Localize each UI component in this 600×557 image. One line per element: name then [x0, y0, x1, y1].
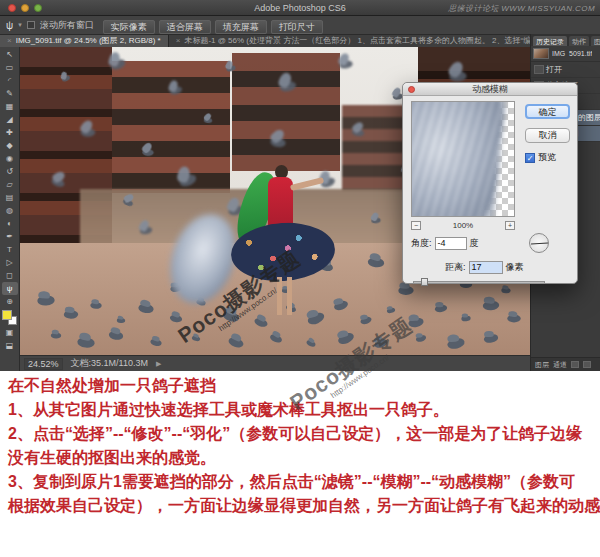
woman-leg — [287, 277, 292, 315]
options-buttons: 实际像素适合屏幕填充屏幕打印尺寸 — [99, 16, 323, 34]
dialog-close-button[interactable] — [408, 86, 415, 93]
angle-label: 角度: — [411, 237, 432, 250]
window-close-button[interactable] — [8, 4, 16, 12]
gradient-tool-icon[interactable]: ▤ — [2, 191, 18, 204]
mask-mode-icon[interactable]: ▣ — [2, 326, 18, 339]
lasso-tool-icon[interactable]: ◜ — [2, 74, 18, 87]
healing-brush-tool-icon[interactable]: ✚ — [2, 126, 18, 139]
path-select-tool-icon[interactable]: ▷ — [2, 256, 18, 269]
title-bar: Adobe Photoshop CS6 思缘设计论坛 WWW.MISSYUAN.… — [0, 0, 600, 16]
history-brush-tool-icon[interactable]: ↺ — [2, 165, 18, 178]
layers-tab[interactable]: 图层 — [535, 360, 549, 370]
distance-unit: 像素 — [506, 261, 524, 274]
instruction-line: 根据效果自己设定），一方面让边缘显得更加自然，另一方面让鸽子有飞起来的动感效果。 — [0, 494, 600, 518]
eyedropper-tool-icon[interactable]: ◢ — [2, 113, 18, 126]
tab-close-icon[interactable]: × — [7, 36, 12, 45]
options-button-适合屏幕[interactable]: 适合屏幕 — [159, 20, 211, 34]
scroll-all-windows-checkbox[interactable] — [27, 21, 35, 29]
document-tab-bar: ×IMG_5091.tif @ 24.5% (图层 2, RGB/8) * ×未… — [0, 35, 600, 47]
status-menu-arrow-icon[interactable]: ▶ — [156, 360, 161, 368]
eraser-tool-icon[interactable]: ▱ — [2, 178, 18, 191]
scroll-all-windows-label: 滚动所有窗口 — [40, 19, 94, 32]
tutorial-text: 在不自然处增加一只鸽子遮挡1、从其它图片通过快速选择工具或魔术棒工具抠出一只鸽子… — [0, 374, 600, 518]
missyuan-watermark: 思缘设计论坛 WWW.MISSYUAN.COM — [448, 3, 595, 14]
angle-row: 角度: -4 度 — [411, 237, 479, 250]
instruction-line: 3、复制到原片1需要遮挡的部分，然后点击“滤镜”--“模糊”--“动感模糊”（参… — [0, 470, 600, 494]
pigeon — [507, 315, 520, 323]
cancel-button[interactable]: 取消 — [525, 128, 570, 143]
angle-needle — [531, 242, 548, 244]
document-size-info: 文档:35.1M/110.3M — [71, 357, 148, 370]
slider-track — [413, 281, 545, 284]
zoom-out-button[interactable]: − — [411, 221, 421, 230]
panel-icon[interactable] — [583, 361, 591, 368]
motion-blur-dialog: 动感模糊 − 100% + 角度: -4 度 距离: 17 像素 确定 取消 ✓… — [402, 82, 578, 284]
blur-preview-box[interactable] — [411, 101, 515, 217]
history-item[interactable]: 打开 — [531, 62, 600, 78]
quick-select-tool-icon[interactable]: ✎ — [2, 87, 18, 100]
document-tab-active[interactable]: ×IMG_5091.tif @ 24.5% (图层 2, RGB/8) * — [0, 35, 169, 47]
channels-tab[interactable]: 通道 — [553, 360, 567, 370]
tools-panel: ↖▭◜✎▦◢✚◆◉↺▱▤◍◐✒T▷◻ψ⊕▣⬓ — [0, 47, 20, 371]
slider-thumb[interactable] — [421, 278, 428, 286]
window-maximize-button[interactable] — [34, 4, 42, 12]
pigeon — [90, 302, 102, 309]
history-snapshot[interactable]: IMG_5091.tif — [531, 46, 600, 62]
tool-options-bar: ψ ▾ 滚动所有窗口 实际像素适合屏幕填充屏幕打印尺寸 — [0, 16, 600, 35]
crop-tool-icon[interactable]: ▦ — [2, 100, 18, 113]
pagoda-building — [232, 53, 340, 171]
dancing-woman — [235, 165, 335, 315]
type-tool-icon[interactable]: T — [2, 243, 18, 256]
hand-tool-icon[interactable]: ψ — [2, 282, 18, 295]
snapshot-thumbnail — [533, 48, 549, 59]
panel-tab-动作[interactable]: 动作 — [569, 36, 589, 46]
document-tab-inactive[interactable]: ×未标题-1 @ 56% (处理背景 方法一（红色部分） 1、点击套索工具将多余… — [169, 35, 576, 47]
tab-close-icon[interactable]: × — [176, 36, 181, 45]
chevron-down-icon[interactable]: ▾ — [18, 21, 22, 29]
shape-tool-icon[interactable]: ◻ — [2, 269, 18, 282]
instruction-line: 2、点击“选择”--“修改”--“羽化”（参数可以自己设定），这一部是为了让鸽子… — [0, 422, 600, 446]
panel-tab-图层[interactable]: 图层 — [591, 36, 600, 46]
preview-checkbox[interactable]: ✓ — [525, 153, 535, 163]
angle-dial[interactable] — [529, 233, 549, 253]
zoom-tool-icon[interactable]: ⊕ — [2, 295, 18, 308]
ok-button[interactable]: 确定 — [525, 104, 570, 119]
brush-tool-icon[interactable]: ◆ — [2, 139, 18, 152]
instruction-line: 1、从其它图片通过快速选择工具或魔术棒工具抠出一只鸽子。 — [0, 398, 600, 422]
screen-mode-icon[interactable]: ⬓ — [2, 339, 18, 352]
distance-label: 距离: — [445, 261, 466, 274]
dialog-title: 动感模糊 — [472, 84, 508, 94]
angle-input[interactable]: -4 — [435, 237, 467, 250]
marquee-tool-icon[interactable]: ▭ — [2, 61, 18, 74]
preview-zoom-controls: − 100% + — [411, 221, 515, 230]
blur-tool-icon[interactable]: ◍ — [2, 204, 18, 217]
pigeon — [142, 149, 154, 156]
panel-tab-历史记录[interactable]: 历史记录 — [533, 36, 567, 46]
distance-row: 距离: 17 像素 — [445, 261, 524, 274]
options-button-打印尺寸[interactable]: 打印尺寸 — [271, 20, 323, 34]
window-minimize-button[interactable] — [21, 4, 29, 12]
panel-icon[interactable] — [571, 361, 579, 368]
preview-label: 预览 — [538, 151, 556, 164]
instruction-line: 在不自然处增加一只鸽子遮挡 — [0, 374, 600, 398]
options-button-填充屏幕[interactable]: 填充屏幕 — [215, 20, 267, 34]
move-tool-icon[interactable]: ↖ — [2, 48, 18, 61]
pigeon — [339, 59, 354, 69]
zoom-in-button[interactable]: + — [505, 221, 515, 230]
dialog-title-bar[interactable]: 动感模糊 — [403, 83, 577, 96]
distance-slider[interactable] — [413, 278, 545, 286]
blurred-wing-preview — [411, 101, 506, 217]
panel-tab-row: 历史记录动作图层 — [531, 34, 600, 46]
woman-arm — [290, 177, 324, 191]
clone-stamp-tool-icon[interactable]: ◉ — [2, 152, 18, 165]
instruction-line: 没有生硬的抠图出来的感觉。 — [0, 446, 600, 470]
layers-panel-header: 图层 通道 — [531, 357, 600, 371]
pen-tool-icon[interactable]: ✒ — [2, 230, 18, 243]
distance-input[interactable]: 17 — [469, 261, 503, 274]
options-button-实际像素[interactable]: 实际像素 — [103, 20, 155, 34]
zoom-level-field[interactable]: 24.52% — [24, 358, 63, 370]
dodge-tool-icon[interactable]: ◐ — [2, 217, 18, 230]
foreground-color-swatch[interactable] — [2, 310, 12, 320]
hand-tool-icon: ψ — [6, 20, 13, 31]
color-swatches[interactable] — [2, 310, 18, 326]
